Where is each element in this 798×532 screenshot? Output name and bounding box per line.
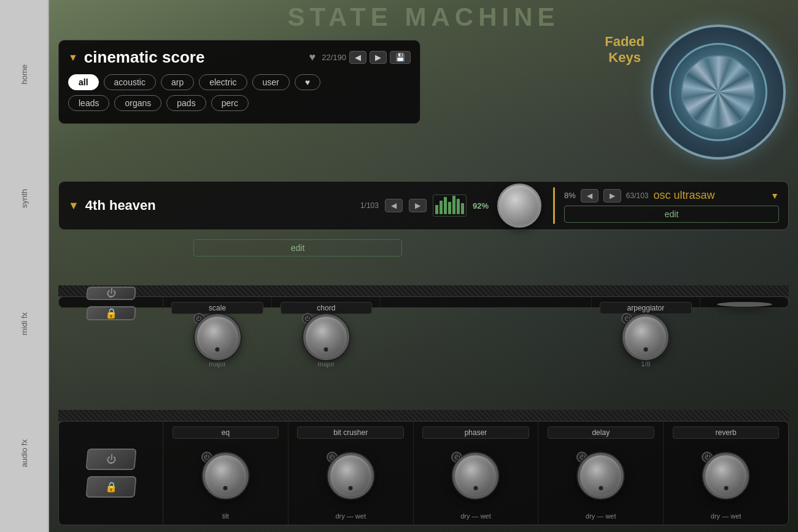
scale-knob-wrapper: ⏻ bbox=[195, 314, 241, 360]
delay-knob-wrapper: ⏻ bbox=[578, 453, 624, 499]
reverb-knob-wrapper: ⏻ bbox=[703, 453, 749, 499]
midi-side-controls: ⏻ 🔒 bbox=[59, 297, 163, 309]
app-title: STATE MACHINE bbox=[287, 2, 559, 32]
sound-right-prev[interactable]: ◀ bbox=[581, 189, 598, 202]
preset-panel: ▼ cinematic score ♥ 22/190 ◀ ▶ 💾 all aco… bbox=[58, 40, 420, 124]
bitcrusher-sub: dry — wet bbox=[335, 512, 366, 520]
filter-organs[interactable]: organs bbox=[114, 95, 161, 111]
midi-fx-controls: ⏻ 🔒 scale ⏻ major c bbox=[59, 297, 788, 307]
arp-large-knob[interactable] bbox=[717, 302, 772, 307]
filter-electric[interactable]: electric bbox=[199, 74, 247, 90]
turbine-outer bbox=[651, 25, 786, 160]
phaser-label: phaser bbox=[422, 426, 529, 439]
sound-counter-left: 1/103 bbox=[360, 201, 379, 210]
chord-label: chord bbox=[281, 302, 373, 314]
lock-icon: 🔒 bbox=[104, 307, 118, 319]
fx-module-spacer bbox=[381, 297, 591, 307]
bitcrusher-knob[interactable] bbox=[328, 453, 374, 499]
filter-heart[interactable]: ♥ bbox=[295, 74, 320, 90]
preset-counter: 22/190 bbox=[322, 53, 346, 62]
audio-fx-controls: ⏻ 🔒 eq ⏻ tilt bit c bbox=[59, 422, 788, 525]
filter-leads[interactable]: leads bbox=[68, 95, 109, 111]
sidebar-item-synth[interactable]: synth bbox=[17, 183, 32, 214]
sidebar-item-home[interactable]: home bbox=[17, 58, 32, 91]
filter-row-1: all acoustic arp electric user ♥ bbox=[68, 74, 411, 90]
filter-user[interactable]: user bbox=[252, 74, 290, 90]
vol-bar-3 bbox=[444, 197, 447, 214]
chord-knob-wrapper: ⏻ bbox=[303, 314, 349, 360]
audio-power-button[interactable]: ⏻ bbox=[85, 449, 136, 470]
sound-right-dropdown[interactable]: ▼ bbox=[770, 191, 779, 201]
fx-module-phaser: phaser ⏻ dry — wet bbox=[414, 422, 539, 525]
main-volume-knob[interactable] bbox=[497, 183, 541, 228]
main-knob-area bbox=[495, 181, 544, 230]
sound-edit-area: edit bbox=[193, 239, 402, 256]
eq-label: eq bbox=[172, 426, 279, 439]
vol-bar-5 bbox=[452, 196, 455, 214]
sidebar-item-midifx[interactable]: midi fx bbox=[17, 306, 32, 342]
sidebar-item-audiofx[interactable]: audio fx bbox=[17, 433, 32, 474]
midi-power-button[interactable]: ⏻ bbox=[86, 287, 136, 300]
preset-save-button[interactable]: 💾 bbox=[390, 51, 411, 64]
audio-lock-button[interactable]: 🔒 bbox=[85, 476, 136, 498]
fx-module-reverb: reverb ⏻ dry — wet bbox=[664, 422, 788, 525]
sound-prev-button[interactable]: ◀ bbox=[385, 199, 403, 212]
filter-acoustic[interactable]: acoustic bbox=[104, 74, 156, 90]
audio-modules: eq ⏻ tilt bit crusher ⏻ dry — wet bbox=[163, 422, 788, 525]
filter-row-2: leads organs pads perc bbox=[68, 95, 411, 111]
eq-knob-wrapper: ⏻ bbox=[203, 453, 249, 499]
filter-pads[interactable]: pads bbox=[166, 95, 206, 111]
main-area: STATE MACHINE Faded Keys ▼ cinematic sco… bbox=[49, 0, 798, 532]
turbine-inner bbox=[669, 43, 767, 141]
preset-nav: 22/190 ◀ ▶ 💾 bbox=[322, 51, 411, 64]
bitcrusher-label: bit crusher bbox=[297, 426, 404, 439]
volume-bars bbox=[433, 195, 467, 217]
phaser-knob[interactable] bbox=[452, 453, 498, 499]
midi-modules: scale ⏻ major chord ⏻ major bbox=[163, 297, 788, 307]
arp-knob-wrapper: ⏻ bbox=[622, 314, 668, 360]
fx-module-scale: scale ⏻ major bbox=[163, 297, 272, 307]
vol-bar-4 bbox=[448, 202, 451, 214]
sound-right-edit-button[interactable]: edit bbox=[564, 206, 779, 223]
sidebar: home synth midi fx audio fx bbox=[0, 0, 49, 532]
preset-dropdown-arrow[interactable]: ▼ bbox=[68, 52, 78, 63]
sound-right-counter: 63/103 bbox=[626, 191, 649, 200]
fx-large-knob-module bbox=[700, 297, 788, 307]
eq-sub: tilt bbox=[222, 512, 229, 520]
turbine-decoration bbox=[651, 25, 786, 160]
phaser-knob-wrapper: ⏻ bbox=[452, 453, 498, 499]
audio-side-controls: ⏻ 🔒 bbox=[59, 422, 163, 525]
reverb-knob[interactable] bbox=[703, 453, 749, 499]
filter-arp[interactable]: arp bbox=[161, 74, 194, 90]
sound-right-section: 8% ◀ ▶ 63/103 osc ultrasaw ▼ edit bbox=[564, 189, 779, 223]
midi-lock-button[interactable]: 🔒 bbox=[85, 306, 136, 320]
audio-fx-separator bbox=[58, 410, 789, 421]
sound-right-pct: 8% bbox=[564, 191, 576, 200]
audio-power-icon: ⏻ bbox=[106, 454, 117, 465]
sound-dropdown-arrow[interactable]: ▼ bbox=[68, 199, 79, 212]
delay-knob[interactable] bbox=[578, 453, 624, 499]
preset-name: cinematic score bbox=[84, 48, 303, 67]
eq-knob[interactable] bbox=[203, 453, 249, 499]
filter-all[interactable]: all bbox=[68, 74, 99, 90]
chord-sub: major bbox=[318, 360, 335, 368]
scale-knob[interactable] bbox=[195, 314, 241, 360]
arp-sub: 1/8 bbox=[641, 360, 650, 368]
preset-prev-button[interactable]: ◀ bbox=[349, 51, 366, 64]
chord-knob[interactable] bbox=[303, 314, 349, 360]
audio-hatch-top bbox=[58, 410, 789, 421]
sound-name: 4th heaven bbox=[85, 198, 354, 214]
vol-bar-2 bbox=[440, 201, 443, 214]
preset-next-button[interactable]: ▶ bbox=[370, 51, 387, 64]
filter-perc[interactable]: perc bbox=[211, 95, 249, 111]
fx-module-arp: arpeggiator ⏻ 1/8 bbox=[592, 297, 700, 307]
sound-selector: ▼ 4th heaven 1/103 ◀ ▶ 92% 8% ◀ ▶ bbox=[58, 181, 789, 230]
scale-sub: major bbox=[209, 360, 226, 368]
fx-module-bitcrusher: bit crusher ⏻ dry — wet bbox=[289, 422, 414, 525]
sound-left-edit-button[interactable]: edit bbox=[193, 239, 402, 256]
preset-favorite-icon[interactable]: ♥ bbox=[309, 51, 316, 64]
sound-right-next[interactable]: ▶ bbox=[603, 189, 621, 202]
sound-next-button[interactable]: ▶ bbox=[409, 199, 427, 212]
arp-knob[interactable] bbox=[622, 314, 668, 360]
bitcrusher-knob-wrapper: ⏻ bbox=[328, 453, 374, 499]
